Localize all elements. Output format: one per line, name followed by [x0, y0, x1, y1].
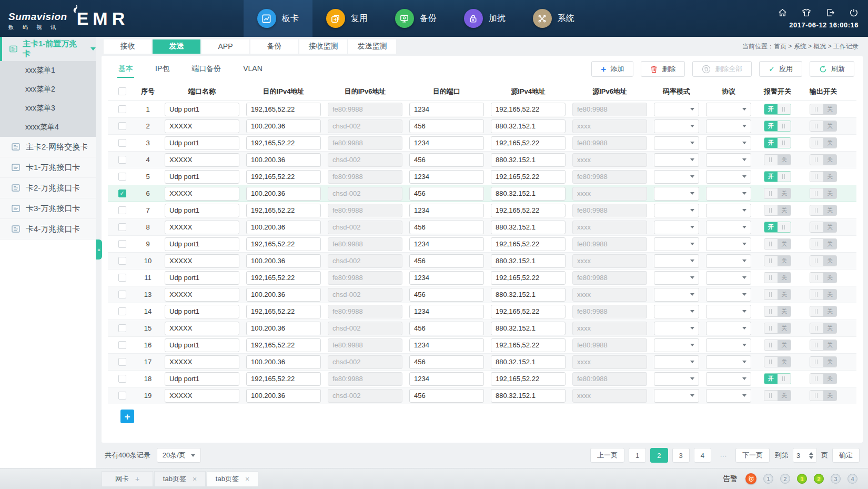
port-name-input[interactable] — [165, 136, 239, 150]
sidebar-item-maincard1[interactable]: 主卡1-前置万兆卡 — [0, 37, 96, 61]
tab[interactable]: 备份 — [250, 39, 298, 54]
dst-ipv4-input[interactable] — [246, 170, 321, 184]
dst-port-input[interactable] — [409, 187, 484, 201]
rate-mode-select[interactable] — [654, 355, 699, 369]
row-checkbox[interactable]: ✓ — [118, 324, 126, 332]
dst-ipv4-input[interactable] — [246, 372, 321, 386]
dst-ipv4-input[interactable] — [246, 103, 321, 116]
subtab[interactable]: IP包 — [154, 60, 170, 78]
dst-port-input[interactable] — [409, 254, 484, 268]
tab[interactable]: 接收监测 — [299, 39, 347, 54]
tab-action-icon[interactable]: + — [135, 475, 139, 483]
output-toggle[interactable]: 开 关 — [810, 222, 837, 233]
output-toggle[interactable]: 开 关 — [810, 289, 837, 300]
rate-mode-select[interactable] — [654, 170, 699, 184]
dst-ipv4-input[interactable] — [246, 288, 321, 302]
output-toggle[interactable]: 开 关 — [810, 306, 837, 317]
src-ipv4-input[interactable] — [491, 237, 566, 251]
dst-ipv4-input[interactable] — [246, 237, 321, 251]
status-badge[interactable]: 2 — [814, 474, 824, 484]
dst-ipv4-input[interactable] — [246, 187, 321, 201]
row-checkbox[interactable]: ✓ — [118, 105, 126, 113]
rate-mode-select[interactable] — [654, 254, 699, 268]
protocol-select[interactable] — [706, 288, 751, 302]
dst-port-input[interactable] — [409, 237, 484, 251]
sidebar-item[interactable]: 卡4-万兆接口卡 — [0, 219, 96, 239]
dst-ipv4-input[interactable] — [246, 153, 321, 167]
output-toggle[interactable]: 开 关 — [810, 205, 837, 216]
src-ipv4-input[interactable] — [491, 170, 566, 184]
page-jump-stepper[interactable]: 3 — [793, 448, 817, 463]
subtab[interactable]: VLAN — [242, 60, 264, 78]
page-button[interactable]: 1 — [629, 448, 646, 463]
tab[interactable]: 接收 — [104, 39, 152, 54]
nav-item-multiplex[interactable]: 复用 — [312, 0, 381, 37]
alarm-toggle[interactable]: 开 关 — [764, 289, 791, 300]
alarm-toggle[interactable]: 开 关 — [764, 171, 791, 182]
dst-ipv4-input[interactable] — [246, 136, 321, 150]
rate-mode-select[interactable] — [654, 103, 699, 116]
output-toggle[interactable]: 开 关 — [810, 340, 837, 351]
src-ipv4-input[interactable] — [491, 355, 566, 369]
port-name-input[interactable] — [165, 355, 239, 369]
page-button[interactable]: 2 — [650, 448, 668, 463]
row-checkbox[interactable]: ✓ — [118, 341, 126, 349]
protocol-select[interactable] — [706, 187, 751, 201]
bottom-tab[interactable]: tab页签 × — [207, 471, 258, 487]
src-ipv4-input[interactable] — [491, 322, 566, 335]
src-ipv4-input[interactable] — [491, 119, 566, 133]
status-badge[interactable]: 4 — [847, 474, 857, 484]
src-ipv4-input[interactable] — [491, 389, 566, 403]
tab[interactable]: 发送监测 — [348, 39, 396, 54]
alarm-toggle[interactable]: 开 关 — [764, 340, 791, 351]
stepper-arrows-icon[interactable] — [809, 452, 813, 459]
protocol-select[interactable] — [706, 136, 751, 150]
per-page-select[interactable]: 20条/页 — [157, 448, 201, 463]
output-toggle[interactable]: 开 关 — [810, 323, 837, 334]
dst-port-input[interactable] — [409, 305, 484, 318]
src-ipv4-input[interactable] — [491, 204, 566, 217]
protocol-select[interactable] — [706, 237, 751, 251]
row-checkbox[interactable]: ✓ — [118, 257, 126, 265]
select-all-checkbox[interactable]: ✓ — [118, 87, 126, 95]
confirm-button[interactable]: 确定 — [832, 448, 860, 463]
port-name-input[interactable] — [165, 221, 239, 234]
protocol-select[interactable] — [706, 322, 751, 335]
output-toggle[interactable]: 开 关 — [810, 188, 837, 199]
port-name-input[interactable] — [165, 204, 239, 217]
dst-port-input[interactable] — [409, 322, 484, 335]
rate-mode-select[interactable] — [654, 305, 699, 318]
rate-mode-select[interactable] — [654, 322, 699, 335]
nav-item-board[interactable]: 板卡 — [244, 0, 312, 37]
status-badge[interactable]: 3 — [831, 474, 841, 484]
sidebar-submenu-item[interactable]: xxx菜单1 — [0, 61, 96, 80]
port-name-input[interactable] — [165, 170, 239, 184]
page-button[interactable]: 上一页 — [590, 448, 624, 463]
page-button[interactable]: 下一页 — [735, 448, 770, 463]
port-name-input[interactable] — [165, 153, 239, 167]
protocol-select[interactable] — [706, 170, 751, 184]
dst-ipv4-input[interactable] — [246, 322, 321, 335]
dst-ipv4-input[interactable] — [246, 254, 321, 268]
page-button[interactable]: 4 — [694, 448, 711, 463]
theme-skin-icon[interactable] — [801, 8, 812, 17]
protocol-select[interactable] — [706, 221, 751, 234]
delete-button[interactable]: 删除 — [641, 61, 685, 77]
src-ipv4-input[interactable] — [491, 271, 566, 285]
rate-mode-select[interactable] — [654, 288, 699, 302]
row-checkbox[interactable]: ✓ — [118, 173, 126, 181]
tab[interactable]: APP — [201, 39, 249, 54]
src-ipv4-input[interactable] — [491, 153, 566, 167]
row-checkbox[interactable]: ✓ — [118, 156, 126, 164]
port-name-input[interactable] — [165, 288, 239, 302]
dst-port-input[interactable] — [409, 103, 484, 116]
alarm-toggle[interactable]: 开 关 — [764, 323, 791, 334]
port-name-input[interactable] — [165, 338, 239, 352]
row-checkbox[interactable]: ✓ — [118, 307, 126, 315]
page-button[interactable]: ··· — [715, 448, 731, 463]
sidebar-collapse-handle[interactable]: « — [96, 239, 102, 260]
dst-port-input[interactable] — [409, 271, 484, 285]
dst-ipv4-input[interactable] — [246, 305, 321, 318]
src-ipv4-input[interactable] — [491, 136, 566, 150]
subtab[interactable]: 端口备份 — [190, 60, 222, 78]
